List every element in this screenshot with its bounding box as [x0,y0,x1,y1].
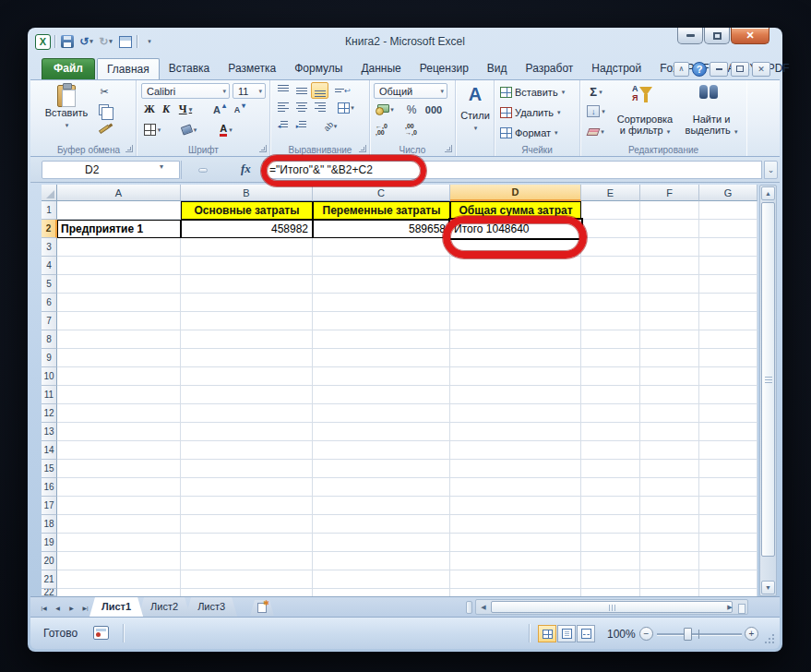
zoom-slider-track[interactable] [657,633,742,635]
gridline [57,403,757,404]
divider [123,624,124,642]
row-header-11[interactable]: 11 [42,386,57,404]
gridline [312,201,313,596]
horizontal-scrollbar[interactable]: ◀ ▶ [475,599,748,615]
horizontal-scroll-thumb[interactable] [491,601,733,613]
scroll-down-icon[interactable]: ▼ [761,581,775,594]
row-header-2[interactable]: 2 [42,220,57,238]
column-header-C[interactable]: C [313,185,450,201]
row-header-6[interactable]: 6 [42,294,57,312]
view-normal-button[interactable] [538,625,556,642]
gridline [57,256,757,257]
insert-sheet-icon [257,603,267,613]
cell-C2[interactable]: 589658 [313,220,450,238]
zoom-level[interactable]: 100% [607,628,636,641]
row-header-15[interactable]: 15 [42,460,57,478]
sheet-tabs: Лист1Лист2Лист3 [89,597,233,617]
row-header-1[interactable]: 1 [42,201,57,220]
gridline [180,201,181,596]
cell-D1[interactable]: Общая сумма затрат [450,201,581,220]
sheet-nav-icon-1[interactable]: ◀ [52,601,64,614]
sheet-tab-bar: |◀◀▶▶| Лист1Лист2Лист3 ◀ ▶ [30,596,780,617]
row-header-5[interactable]: 5 [42,275,57,294]
scroll-up-icon[interactable]: ▲ [761,186,775,200]
macro-record-icon[interactable] [93,626,109,640]
gridline [57,422,757,423]
sheet-tab-Лист2[interactable]: Лист2 [138,597,190,617]
cell-C1[interactable]: Переменные затраты [313,201,450,220]
sheet-nav-buttons: |◀◀▶▶| [38,601,91,614]
column-header-D[interactable]: D [450,185,581,201]
active-cell-border [448,218,583,240]
tab-scroll-splitter[interactable] [466,601,472,614]
gridline [57,477,757,478]
column-header-B[interactable]: B [181,185,313,201]
row-header-22[interactable]: 22 [42,589,57,596]
screenshot-background: X ↺ ↻ Книга2 - Microsoft Excel ✕ Файл Гл… [0,0,811,672]
zoom-slider-midpoint [698,630,699,639]
gridline [449,201,450,596]
gridline [57,514,757,515]
row-header-20[interactable]: 20 [42,552,57,570]
excel-window: X ↺ ↻ Книга2 - Microsoft Excel ✕ Файл Гл… [28,28,782,652]
cell-B2[interactable]: 458982 [181,220,313,238]
file-tab[interactable]: Файл [42,58,95,79]
row-header-4[interactable]: 4 [42,257,57,275]
row-header-7[interactable]: 7 [42,312,57,330]
grid-layer: ABCDEFG123456789101112131415161718192021… [28,28,782,652]
scroll-right-icon[interactable]: ▶ [723,601,736,613]
row-header-21[interactable]: 21 [42,570,57,589]
gridline [580,201,581,596]
gridline [57,533,757,534]
resize-grip[interactable] [764,633,775,644]
divider [529,624,530,642]
gridline [57,570,757,570]
insert-sheet-button[interactable] [250,600,274,616]
row-header-9[interactable]: 9 [42,349,57,367]
page-layout-icon [562,629,572,639]
zoom-out-button[interactable]: − [639,627,653,641]
vertical-scrollbar[interactable]: ▲ ▼ [759,185,777,596]
sheet-tab-Лист3[interactable]: Лист3 [185,597,237,617]
row-header-19[interactable]: 19 [42,534,57,552]
cell-A2[interactable]: Предприятие 1 [57,220,181,238]
gridline [57,311,757,312]
cell-B1[interactable]: Основные затраты [181,201,313,220]
sheet-nav-icon-0[interactable]: |◀ [38,601,50,614]
ribbon-tab-Главная[interactable]: Главная [97,58,160,79]
gridline [57,293,757,294]
view-page-layout-button[interactable] [557,625,576,642]
gridline [57,366,757,367]
normal-view-icon [543,630,553,639]
row-header-12[interactable]: 12 [42,404,57,423]
scrollbar-splitter-box[interactable] [738,604,745,614]
scroll-left-icon[interactable]: ◀ [477,601,490,613]
row-header-10[interactable]: 10 [42,367,57,386]
row-header-17[interactable]: 17 [42,497,57,515]
page-break-icon [581,629,591,639]
vertical-scroll-thumb[interactable] [761,202,775,557]
column-header-A[interactable]: A [57,185,181,201]
row-header-13[interactable]: 13 [42,423,57,441]
column-header-G[interactable]: G [699,185,757,201]
gridline [639,201,640,596]
gridline [57,459,757,460]
fill-handle[interactable] [579,236,585,242]
row-header-3[interactable]: 3 [42,238,57,257]
row-header-8[interactable]: 8 [42,330,57,349]
row-header-16[interactable]: 16 [42,478,57,497]
zoom-slider-thumb[interactable] [684,628,692,641]
column-header-F[interactable]: F [640,185,699,201]
row-header-18[interactable]: 18 [42,515,57,534]
gridline [57,588,757,589]
gridline [57,551,757,552]
sheet-tab-Лист1[interactable]: Лист1 [89,597,143,617]
status-mode: Готово [43,627,78,640]
zoom-in-button[interactable]: + [745,627,758,641]
sheet-nav-icon-2[interactable]: ▶ [66,601,78,614]
view-page-break-button[interactable] [577,625,595,642]
column-header-E[interactable]: E [581,185,640,201]
gridline [57,440,757,441]
row-header-14[interactable]: 14 [42,441,57,460]
gridline [757,201,757,596]
